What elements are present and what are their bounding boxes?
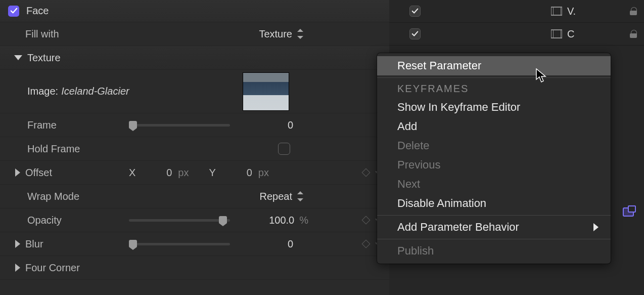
disclosure-right-icon[interactable] <box>15 168 20 177</box>
texture-section-header[interactable]: Texture <box>0 46 389 70</box>
layer-row[interactable]: V. <box>389 0 644 23</box>
checkmark-icon <box>411 30 419 37</box>
slider-thumb[interactable] <box>219 216 227 223</box>
fill-with-row[interactable]: Fill with Texture <box>0 22 389 46</box>
menu-separator <box>377 215 611 216</box>
wrap-mode-label: Wrap Mode <box>27 191 79 202</box>
menu-add-parameter-behavior[interactable]: Add Parameter Behavior <box>377 218 611 237</box>
keyframe-icon[interactable] <box>362 216 371 225</box>
texture-label: Texture <box>27 52 61 64</box>
menu-separator <box>377 239 611 239</box>
face-label: Face <box>26 5 49 17</box>
opacity-unit: % <box>299 215 308 226</box>
layer-name: V. <box>567 6 576 17</box>
stepper-icon[interactable] <box>297 191 303 201</box>
image-name: Iceland-Glacier <box>61 86 129 97</box>
slider-thumb[interactable] <box>129 121 137 128</box>
face-section-header[interactable]: Face <box>0 0 389 22</box>
menu-publish: Publish <box>377 241 611 261</box>
layer-name: C <box>567 28 574 40</box>
fill-with-value[interactable]: Texture <box>259 28 292 40</box>
mask-indicator-icon[interactable] <box>623 207 634 217</box>
disclosure-right-icon[interactable] <box>15 240 20 248</box>
four-corner-row[interactable]: Four Corner <box>0 256 389 280</box>
layer-enable-checkbox[interactable] <box>409 6 421 17</box>
menu-show-in-keyframe-editor[interactable]: Show In Keyframe Editor <box>377 98 611 117</box>
wrap-mode-value[interactable]: Repeat <box>260 191 293 202</box>
menu-previous-keyframe: Previous <box>377 155 611 175</box>
inspector-panel: Face Fill with Texture Texture Image: Ic… <box>0 0 389 295</box>
parameter-context-menu: Reset Parameter KEYFRAMES Show In Keyfra… <box>377 53 611 264</box>
frame-value[interactable]: 0 <box>288 119 293 131</box>
keyframe-icon[interactable] <box>362 240 371 248</box>
offset-x-unit: px <box>178 167 189 179</box>
fill-with-label: Fill with <box>25 28 59 40</box>
wrap-mode-row[interactable]: Wrap Mode Repeat <box>0 185 389 208</box>
menu-add-keyframe[interactable]: Add <box>377 117 611 136</box>
texture-thumbnail[interactable] <box>243 72 289 111</box>
menu-reset-parameter[interactable]: Reset Parameter <box>377 56 611 75</box>
disclosure-right-icon[interactable] <box>15 264 20 272</box>
four-corner-label: Four Corner <box>25 262 80 274</box>
offset-y-value[interactable]: 0 <box>222 167 252 179</box>
opacity-slider[interactable] <box>129 219 230 222</box>
offset-x-label: X <box>129 167 135 179</box>
keyframe-icon[interactable] <box>362 168 371 177</box>
image-prefix: Image: <box>27 86 58 97</box>
frame-row[interactable]: Frame 0 <box>0 113 389 137</box>
menu-delete-keyframe: Delete <box>377 136 611 155</box>
disclosure-down-icon[interactable] <box>14 55 22 60</box>
offset-y-label: Y <box>209 167 215 179</box>
offset-label: Offset <box>25 167 52 179</box>
menu-keyframes-header: KEYFRAMES <box>377 80 611 98</box>
layer-enable-checkbox[interactable] <box>409 28 421 39</box>
blur-label: Blur <box>25 238 43 250</box>
submenu-arrow-icon <box>593 223 599 231</box>
offset-row[interactable]: Offset X 0 px Y 0 px <box>0 161 389 185</box>
offset-y-unit: px <box>258 167 269 179</box>
blur-slider[interactable] <box>129 243 230 245</box>
offset-x-value[interactable]: 0 <box>142 167 172 179</box>
hold-frame-row[interactable]: Hold Frame <box>0 137 389 161</box>
menu-separator <box>377 77 611 78</box>
texture-image-row[interactable]: Image: Iceland-Glacier <box>0 70 389 113</box>
opacity-label: Opacity <box>27 215 62 226</box>
blur-row[interactable]: Blur 0 <box>0 232 389 256</box>
hold-frame-checkbox[interactable] <box>278 143 290 155</box>
checkmark-icon <box>10 7 18 15</box>
lock-icon[interactable] <box>630 7 637 15</box>
checkmark-icon <box>411 8 419 15</box>
hold-frame-label: Hold Frame <box>27 143 80 155</box>
frame-slider[interactable] <box>129 124 230 127</box>
opacity-row[interactable]: Opacity 100.0 % <box>0 208 389 232</box>
blur-value[interactable]: 0 <box>288 238 293 250</box>
clip-icon <box>551 29 562 38</box>
menu-next-keyframe: Next <box>377 175 611 194</box>
menu-disable-animation[interactable]: Disable Animation <box>377 194 611 213</box>
face-enable-checkbox[interactable] <box>8 6 19 17</box>
frame-label: Frame <box>27 119 57 131</box>
clip-icon <box>551 7 562 16</box>
stepper-icon[interactable] <box>297 29 303 39</box>
slider-thumb[interactable] <box>129 240 137 247</box>
opacity-value[interactable]: 100.0 <box>269 215 294 226</box>
lock-icon[interactable] <box>630 30 637 38</box>
layer-row[interactable]: C <box>389 23 644 46</box>
